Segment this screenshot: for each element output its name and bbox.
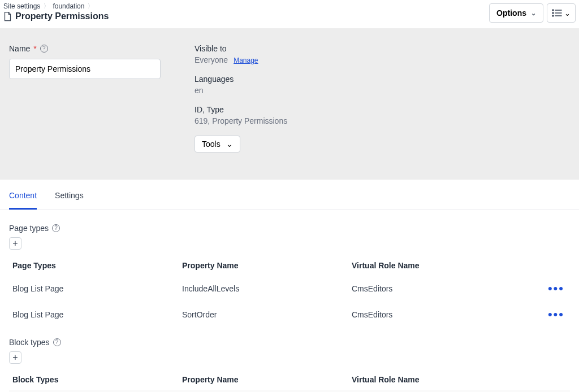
options-label: Options [496, 8, 526, 18]
help-icon[interactable]: ? [40, 45, 48, 53]
chevron-down-icon: ⌄ [531, 10, 536, 17]
page-title: Property Permissions [15, 11, 109, 21]
svg-point-2 [552, 12, 554, 14]
tools-label: Tools [202, 140, 221, 149]
svg-point-0 [552, 10, 554, 11]
table-row: Blog List Page IncludeAllLevels CmsEdito… [9, 276, 570, 302]
options-button[interactable]: Options ⌄ [489, 3, 543, 23]
list-icon [552, 9, 562, 17]
chevron-down-icon: ⌄ [564, 9, 571, 18]
block-types-label: Block types ? [9, 338, 570, 347]
languages-label: Languages [195, 75, 287, 84]
row-actions-button[interactable]: ••• [533, 307, 567, 322]
cell-page-type: Blog List Page [12, 310, 182, 319]
cell-role: CmsEditors [352, 284, 533, 293]
col-header-virtual-role: Virtual Role Name [352, 261, 533, 270]
cell-role: CmsEditors [352, 310, 533, 319]
block-types-table: Block Types Property Name Virtual Role N… [9, 369, 570, 392]
col-header-page-types: Page Types [12, 261, 182, 270]
row-actions-button[interactable]: ••• [533, 281, 567, 296]
cell-property: SortOrder [182, 310, 352, 319]
col-header-virtual-role: Virtual Role Name [352, 375, 533, 384]
visible-to-label: Visible to [195, 44, 287, 53]
col-header-property-name: Property Name [182, 375, 352, 384]
page-types-label: Page types ? [9, 224, 570, 233]
table-row: Blog List Page SortOrder CmsEditors ••• [9, 302, 570, 328]
help-icon[interactable]: ? [52, 224, 60, 232]
help-icon[interactable]: ? [53, 338, 61, 346]
page-types-table: Page Types Property Name Virtual Role Na… [9, 255, 570, 328]
chevron-right-icon: 〉 [88, 2, 93, 10]
page-icon [3, 11, 12, 21]
name-input[interactable] [9, 59, 161, 79]
add-page-type-button[interactable]: + [9, 237, 21, 250]
view-mode-button[interactable]: ⌄ [547, 3, 576, 23]
cell-page-type: Blog List Page [12, 284, 182, 293]
tools-button[interactable]: Tools ⌄ [195, 136, 240, 153]
breadcrumb-site-settings[interactable]: Site settings [3, 2, 40, 10]
idtype-value: 619, Property Permissions [195, 116, 287, 125]
breadcrumb-foundation[interactable]: foundation [53, 2, 84, 10]
manage-link[interactable]: Manage [234, 56, 258, 64]
tab-content[interactable]: Content [9, 183, 37, 210]
cell-property: IncludeAllLevels [182, 284, 352, 293]
tabs: Content Settings [0, 183, 579, 210]
col-header-property-name: Property Name [182, 261, 352, 270]
breadcrumb: Site settings 〉 foundation 〉 [3, 2, 109, 10]
empty-state: There are no items available [9, 390, 570, 392]
tab-settings[interactable]: Settings [55, 183, 84, 210]
name-field-label: Name * ? [9, 44, 161, 53]
add-block-type-button[interactable]: + [9, 351, 21, 364]
detail-panel: Name * ? Visible to Everyone Manage Lang… [0, 28, 579, 180]
col-header-block-types: Block Types [12, 375, 182, 384]
visible-to-value: Everyone [195, 55, 228, 64]
chevron-right-icon: 〉 [44, 2, 49, 10]
required-asterisk: * [33, 44, 36, 53]
languages-value: en [195, 86, 287, 95]
svg-point-4 [552, 15, 554, 16]
idtype-label: ID, Type [195, 105, 287, 114]
chevron-down-icon: ⌄ [226, 140, 233, 149]
